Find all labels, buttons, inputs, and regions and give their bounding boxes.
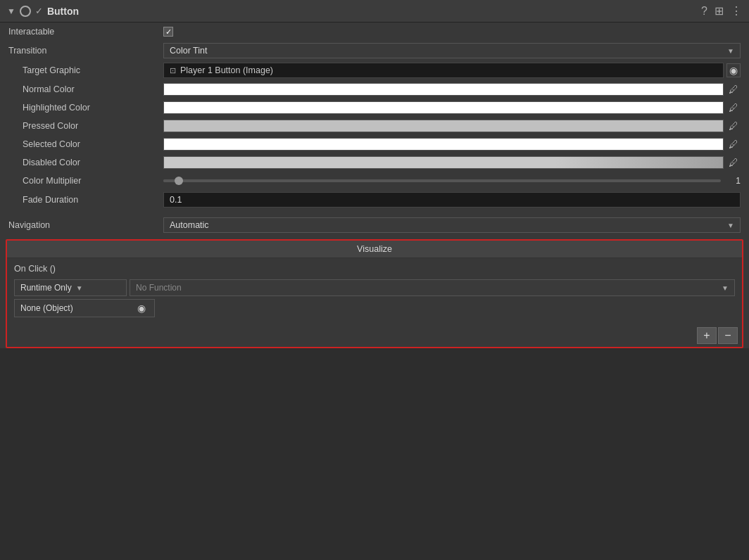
normal-color-value: 🖊	[163, 83, 741, 96]
panel-header: ▼ ✓ Button ? ⊞ ⋮	[0, 0, 749, 23]
component-circle-icon	[20, 6, 31, 17]
target-graphic-value: ⊡ Player 1 Button (Image) ◉	[163, 63, 741, 78]
normal-color-swatch[interactable]	[163, 83, 724, 96]
button-component-panel: ▼ ✓ Button ? ⊞ ⋮ Interactable ✓ Transiti…	[0, 0, 749, 348]
pressed-color-value: 🖊	[163, 120, 741, 132]
settings-icon[interactable]: ⊞	[715, 4, 724, 18]
disabled-color-row: Disabled Color 🖊	[0, 153, 749, 172]
plus-minus-row: + −	[7, 323, 742, 347]
pressed-color-label: Pressed Color	[8, 121, 163, 131]
color-multiplier-value: 1	[163, 176, 741, 186]
runtime-dropdown-arrow: ▼	[76, 284, 83, 292]
color-multiplier-row: Color Multiplier 1	[0, 172, 749, 190]
header-icons-group: ? ⊞ ⋮	[701, 4, 742, 18]
color-multiplier-slider-fill	[163, 179, 175, 182]
color-multiplier-number: 1	[726, 176, 741, 186]
highlighted-color-value: 🖊	[163, 101, 741, 114]
transition-row: Transition Color Tint ▼	[0, 41, 749, 61]
more-options-icon[interactable]: ⋮	[731, 4, 742, 18]
none-object-row: None (Object) ◉	[14, 299, 735, 317]
navigation-row: Navigation Automatic ▼	[0, 215, 749, 235]
transition-value: Color Tint ▼	[163, 43, 741, 58]
disabled-color-label: Disabled Color	[8, 158, 163, 167]
target-graphic-field[interactable]: ⊡ Player 1 Button (Image)	[163, 63, 724, 78]
selected-color-label: Selected Color	[8, 139, 163, 149]
runtime-only-dropdown[interactable]: Runtime Only ▼	[14, 279, 127, 296]
target-graphic-picker-btn[interactable]: ◉	[726, 63, 741, 77]
normal-color-eyedropper[interactable]: 🖊	[726, 84, 741, 95]
pressed-color-row: Pressed Color 🖊	[0, 117, 749, 135]
no-function-dropdown[interactable]: No Function ▼	[130, 279, 735, 296]
target-graphic-field-icon: ⊡	[170, 66, 176, 75]
disabled-color-swatch[interactable]	[163, 156, 724, 169]
onclick-section: On Click () Runtime Only ▼ No Function ▼…	[7, 258, 742, 323]
transition-label: Transition	[8, 46, 163, 56]
remove-onclick-button[interactable]: −	[718, 327, 738, 344]
none-object-target-icon[interactable]: ◉	[134, 303, 149, 314]
enabled-checkbox-icon[interactable]: ✓	[35, 6, 43, 16]
interactable-checkbox[interactable]: ✓	[163, 27, 173, 37]
interactable-label: Interactable	[8, 27, 163, 37]
highlighted-color-swatch[interactable]	[163, 101, 724, 114]
normal-color-label: Normal Color	[8, 84, 163, 94]
target-graphic-label: Target Graphic	[8, 65, 163, 75]
selected-color-value: 🖊	[163, 138, 741, 151]
no-function-dropdown-arrow: ▼	[722, 284, 729, 292]
interactable-row: Interactable ✓	[0, 23, 749, 41]
transition-dropdown-arrow: ▼	[727, 47, 734, 55]
pressed-color-swatch[interactable]	[163, 120, 724, 132]
color-multiplier-slider-track[interactable]	[163, 179, 721, 182]
visualize-section: Visualize On Click () Runtime Only ▼ No …	[6, 239, 743, 348]
onclick-controls: Runtime Only ▼ No Function ▼	[14, 279, 735, 296]
component-title: Button	[47, 6, 697, 17]
normal-color-row: Normal Color 🖊	[0, 80, 749, 98]
help-icon[interactable]: ?	[701, 5, 707, 18]
transition-dropdown[interactable]: Color Tint ▼	[163, 43, 741, 58]
highlighted-color-row: Highlighted Color 🖊	[0, 98, 749, 117]
collapse-arrow-icon[interactable]: ▼	[7, 6, 15, 16]
fade-duration-input[interactable]: 0.1	[163, 192, 741, 208]
fade-duration-value: 0.1	[163, 192, 741, 208]
highlighted-color-eyedropper[interactable]: 🖊	[726, 102, 741, 113]
selected-color-eyedropper[interactable]: 🖊	[726, 139, 741, 150]
navigation-dropdown-arrow: ▼	[727, 222, 734, 229]
fade-duration-label: Fade Duration	[8, 195, 163, 205]
none-object-field[interactable]: None (Object) ◉	[14, 299, 155, 317]
selected-color-swatch[interactable]	[163, 138, 724, 151]
add-onclick-button[interactable]: +	[697, 327, 717, 344]
interactable-value: ✓	[163, 27, 741, 37]
navigation-label: Navigation	[8, 220, 163, 230]
disabled-color-eyedropper[interactable]: 🖊	[726, 157, 741, 168]
color-multiplier-label: Color Multiplier	[8, 176, 163, 186]
visualize-button[interactable]: Visualize	[7, 241, 742, 258]
disabled-color-value: 🖊	[163, 156, 741, 169]
navigation-value: Automatic ▼	[163, 217, 741, 233]
selected-color-row: Selected Color 🖊	[0, 135, 749, 153]
fade-duration-row: Fade Duration 0.1	[0, 190, 749, 210]
pressed-color-eyedropper[interactable]: 🖊	[726, 120, 741, 132]
onclick-header: On Click ()	[14, 264, 735, 274]
navigation-dropdown[interactable]: Automatic ▼	[163, 217, 741, 233]
target-graphic-row: Target Graphic ⊡ Player 1 Button (Image)…	[0, 61, 749, 80]
highlighted-color-label: Highlighted Color	[8, 103, 163, 113]
color-multiplier-slider-thumb[interactable]	[175, 177, 183, 185]
color-multiplier-slider-container: 1	[163, 176, 741, 186]
